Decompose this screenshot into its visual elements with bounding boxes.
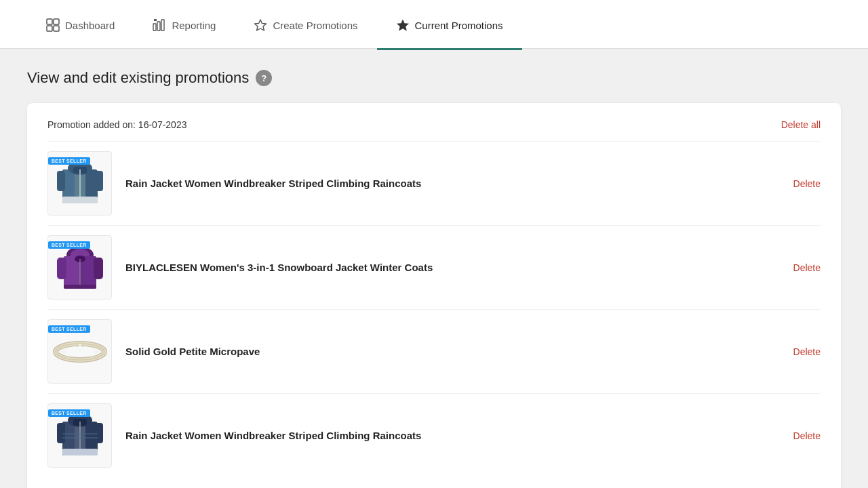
svg-rect-16 bbox=[95, 171, 103, 191]
svg-marker-8 bbox=[255, 20, 267, 30]
svg-marker-9 bbox=[397, 20, 408, 30]
list-item: BEST SELLER bbox=[47, 141, 821, 225]
main-content: View and edit existing promotions ? Prom… bbox=[0, 49, 868, 488]
list-item: BEST SELLER bbox=[47, 393, 821, 477]
best-seller-badge: BEST SELLER bbox=[48, 157, 90, 165]
best-seller-badge: BEST SELLER bbox=[48, 409, 90, 417]
page-title: View and edit existing promotions bbox=[27, 69, 249, 87]
reporting-icon bbox=[153, 18, 166, 32]
delete-button[interactable]: Delete bbox=[793, 430, 821, 441]
nav-current-promotions[interactable]: Current Promotions bbox=[377, 2, 522, 50]
product-thumbnail: BEST SELLER bbox=[47, 151, 112, 216]
svg-rect-6 bbox=[161, 20, 164, 30]
delete-button[interactable]: Delete bbox=[793, 346, 821, 357]
nav-dashboard[interactable]: Dashboard bbox=[27, 2, 134, 50]
product-name: Solid Gold Petite Micropave bbox=[125, 346, 780, 357]
delete-all-button[interactable]: Delete all bbox=[781, 119, 821, 130]
product-thumbnail: BEST SELLER bbox=[47, 235, 112, 300]
svg-rect-24 bbox=[57, 258, 66, 279]
card-header: Promotion added on: 16-07-2023 Delete al… bbox=[47, 119, 821, 130]
svg-rect-44 bbox=[57, 423, 65, 443]
help-icon[interactable]: ? bbox=[256, 70, 272, 86]
product-name: Rain Jacket Women Windbreaker Striped Cl… bbox=[125, 178, 780, 189]
page-header: View and edit existing promotions ? bbox=[27, 69, 841, 87]
dashboard-icon bbox=[46, 18, 60, 32]
svg-point-37 bbox=[70, 348, 71, 349]
top-nav: Dashboard Reporting Create Promotions Cu… bbox=[0, 0, 868, 49]
product-name: Rain Jacket Women Windbreaker Striped Cl… bbox=[125, 430, 780, 441]
svg-rect-28 bbox=[64, 285, 96, 289]
svg-rect-3 bbox=[54, 26, 59, 31]
product-image bbox=[50, 331, 110, 372]
promo-date: Promotion added on: 16-07-2023 bbox=[47, 119, 186, 130]
svg-point-34 bbox=[83, 346, 87, 348]
svg-rect-1 bbox=[54, 19, 59, 24]
svg-rect-7 bbox=[154, 19, 157, 21]
svg-rect-25 bbox=[94, 258, 103, 279]
svg-point-33 bbox=[73, 346, 77, 348]
svg-point-36 bbox=[79, 344, 81, 346]
svg-rect-47 bbox=[62, 449, 98, 455]
list-item: BEST SELLER Solid Gold Pet bbox=[47, 309, 821, 393]
create-promotions-icon bbox=[254, 18, 267, 32]
svg-rect-2 bbox=[47, 26, 52, 31]
svg-point-38 bbox=[89, 348, 90, 349]
product-thumbnail: BEST SELLER bbox=[47, 319, 112, 384]
svg-rect-5 bbox=[157, 22, 160, 30]
svg-point-35 bbox=[94, 350, 99, 353]
svg-rect-4 bbox=[153, 24, 156, 30]
best-seller-badge: BEST SELLER bbox=[48, 241, 90, 249]
product-name: BIYLACLESEN Women's 3-in-1 Snowboard Jac… bbox=[125, 262, 780, 273]
svg-rect-45 bbox=[95, 423, 103, 443]
svg-rect-15 bbox=[57, 171, 65, 191]
delete-button[interactable]: Delete bbox=[793, 178, 821, 189]
svg-point-32 bbox=[61, 350, 66, 353]
svg-rect-0 bbox=[47, 19, 52, 24]
current-promotions-icon bbox=[396, 18, 410, 32]
nav-create-promotions[interactable]: Create Promotions bbox=[235, 2, 376, 50]
svg-rect-18 bbox=[62, 197, 98, 203]
nav-reporting-label: Reporting bbox=[172, 20, 216, 31]
promotions-card: Promotion added on: 16-07-2023 Delete al… bbox=[27, 103, 841, 488]
list-item: BEST SELLER bbox=[47, 225, 821, 309]
product-thumbnail: BEST SELLER bbox=[47, 403, 112, 468]
nav-current-promotions-label: Current Promotions bbox=[415, 20, 503, 31]
nav-reporting[interactable]: Reporting bbox=[134, 2, 235, 50]
delete-button[interactable]: Delete bbox=[793, 262, 821, 273]
best-seller-badge: BEST SELLER bbox=[48, 325, 90, 333]
nav-create-promotions-label: Create Promotions bbox=[273, 20, 357, 31]
nav-dashboard-label: Dashboard bbox=[65, 20, 115, 31]
